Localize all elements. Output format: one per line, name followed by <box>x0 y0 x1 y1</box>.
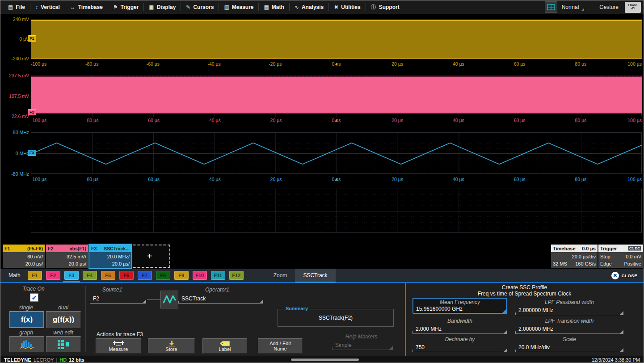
store-button[interactable]: Store <box>148 338 195 354</box>
x-axis-label: 80 µs <box>575 177 586 182</box>
grid-F1[interactable] <box>31 19 642 59</box>
tab-f7[interactable]: F7 <box>138 271 152 280</box>
menu-item-utilities[interactable]: ✖Utilities <box>329 0 365 14</box>
measure-button[interactable]: Measure <box>96 338 141 354</box>
operator-icon-box[interactable] <box>160 291 178 308</box>
decimate-by-label: Decimate by <box>412 336 508 342</box>
trace-badge-f1[interactable]: F1 <box>28 35 36 42</box>
timebase-panel[interactable]: Timebase 0.0 µs 20.0 µs/div 32 MS 160 GS… <box>551 245 598 268</box>
brand-logo: TELEDYNE LECROY | HD 12 bits <box>4 357 84 363</box>
ssc-subtitle: Freq vs time of Spread Spectrum Clock <box>406 291 643 297</box>
tab-f8[interactable]: F8 <box>156 271 170 280</box>
menu-item-display[interactable]: ▣Display <box>144 0 181 14</box>
x-axis-label: 100 µs <box>627 118 642 123</box>
graph-mode-button[interactable] <box>9 336 44 352</box>
descriptor-f1[interactable]: F1(F5-F6)60 mV/20.0 µs/ <box>3 245 45 268</box>
descriptor-id: F2 <box>48 246 53 251</box>
brand-teledyne: TELEDYNE <box>4 357 31 363</box>
trace-badge-f3[interactable]: F3 <box>28 150 36 156</box>
menu-item-vertical[interactable]: ↕Vertical <box>30 0 65 14</box>
operator1-dropdown[interactable]: SSCTrack <box>178 295 263 304</box>
add-edit-name-button[interactable]: Add / Edit Name <box>258 338 303 354</box>
single-fx-button[interactable]: f(x) <box>9 311 44 328</box>
vertical-icon: ↕ <box>35 4 38 10</box>
x-axis-label: -40 µs <box>207 61 220 67</box>
x-axis-label: -60 µs <box>147 118 160 123</box>
menu-item-cursors[interactable]: ✎Cursors <box>181 0 219 14</box>
mean-frequency-field[interactable]: Mean Frequency 15.961600000 GHz <box>412 298 507 314</box>
x-axis-label: -80 µs <box>85 61 98 67</box>
y-axis-label: 0 µV <box>1 36 29 42</box>
tab-f4[interactable]: F4 <box>83 271 97 280</box>
menu-item-measure[interactable]: ▥Measure <box>219 0 258 14</box>
add-trace-button[interactable]: + <box>129 245 170 268</box>
descriptor-vscale: 32.5 mV/ <box>46 253 86 260</box>
trace-badge-f2[interactable]: F2 <box>28 109 36 115</box>
trigger-title: Trigger <box>600 246 617 251</box>
source1-dropdown[interactable]: F2 <box>90 295 146 304</box>
grid-F3[interactable] <box>31 132 642 174</box>
tab-f2[interactable]: F2 <box>46 271 60 280</box>
menu-item-trigger[interactable]: ⚑Trigger <box>108 0 143 14</box>
bandwidth-dropdown[interactable]: 2.000 MHz <box>412 325 507 334</box>
x-axis-label: 60 µs <box>514 118 526 123</box>
brand-lecroy: LECROY <box>34 357 54 363</box>
tab-f12[interactable]: F12 <box>229 271 244 280</box>
decimate-by-dropdown[interactable]: 750 <box>412 343 507 352</box>
menu-item-label: Support <box>379 4 400 10</box>
add-edit-line2: Name <box>274 346 286 351</box>
menu-item-analysis[interactable]: ∿Analysis <box>290 0 328 14</box>
trigger-panel[interactable]: Trigger C1 DC Stop 0.0 mV Edge Positive <box>598 245 643 268</box>
math-dialog-label: Math <box>8 272 21 279</box>
lpf-transition-dropdown[interactable]: 2.000000 MHz <box>515 325 623 334</box>
y-axis-label: 237.5 mV <box>1 73 29 78</box>
menu-item-file[interactable]: ▤File <box>3 0 30 14</box>
scale-dropdown[interactable]: 20.0 MHz/div <box>515 343 623 352</box>
display-mode-dropdown[interactable]: Normal <box>562 4 585 10</box>
grid-grid4[interactable] <box>31 189 642 233</box>
x-axis-label: 40 µs <box>453 118 464 123</box>
descriptor-expression: (F5-F6) <box>27 246 43 251</box>
tab-f9[interactable]: F9 <box>174 271 189 280</box>
menu-item-label: Timebase <box>78 4 103 10</box>
fx-label: f(x) <box>21 317 33 322</box>
trace-descriptor-row: + Timebase 0.0 µs 20.0 µs/div 32 MS 160 … <box>0 244 644 269</box>
grid-F2[interactable] <box>31 76 642 116</box>
menu-item-label: Display <box>157 4 176 10</box>
tab-f1[interactable]: F1 <box>28 271 42 280</box>
x-axis-label: -60 µs <box>147 177 160 182</box>
web-edit-button[interactable] <box>46 336 81 352</box>
x-axis-label: -100 µs <box>31 61 46 67</box>
menu-items: ▤File↕Vertical↔Timebase⚑Trigger▣Display✎… <box>0 0 404 14</box>
trace-on-checkbox[interactable]: ✔ <box>30 293 38 302</box>
label-button[interactable]: Label <box>202 338 247 354</box>
y-axis-label: -80 MHz <box>1 171 29 177</box>
grid-mode-button[interactable] <box>545 1 557 13</box>
tab-f6[interactable]: F6 <box>119 271 134 280</box>
x-axis-label: 100 µs <box>627 177 642 182</box>
tab-f5[interactable]: F5 <box>101 271 115 280</box>
tab-f10[interactable]: F10 <box>193 271 207 280</box>
menu-item-label: Analysis <box>302 4 324 10</box>
tab-zoom[interactable]: Zoom <box>265 269 295 282</box>
dialog-drag-handle[interactable] <box>291 359 359 361</box>
dual-gfx-button[interactable]: g(f(x)) <box>46 311 81 328</box>
descriptor-f3[interactable]: F3SSCTrack...20.0 MHz/20.0 µs/ <box>89 245 131 268</box>
menu-item-support[interactable]: ⓘSupport <box>366 0 404 14</box>
actions-for-trace-label: Actions for trace F3 <box>97 331 143 338</box>
descriptor-f2[interactable]: F2abs(F1)32.5 mV/20.0 µs/ <box>46 245 88 268</box>
close-dialog-button[interactable]: ✕ CLOSE <box>611 272 637 279</box>
tab-f11[interactable]: F11 <box>211 271 225 280</box>
menu-item-timebase[interactable]: ↔Timebase <box>65 0 108 14</box>
timebase-icon: ↔ <box>70 4 76 10</box>
measure-caliper-icon <box>112 341 125 346</box>
menu-item-math[interactable]: ▦Math <box>259 0 289 14</box>
lpf-passband-dropdown[interactable]: 2.000000 MHz <box>515 306 623 315</box>
menu-right-cluster: Normal Gesture Undo ↶ <box>545 0 641 14</box>
y-axis-label: 0 MHz <box>1 151 29 156</box>
undo-button[interactable]: Undo ↶ <box>625 2 641 13</box>
tab-ssctrack[interactable]: SSCTrack <box>295 269 335 282</box>
grid-layout-icon <box>547 4 555 10</box>
help-markers-dropdown[interactable]: Simple <box>332 341 393 350</box>
tab-f3[interactable]: F3 <box>64 271 79 280</box>
